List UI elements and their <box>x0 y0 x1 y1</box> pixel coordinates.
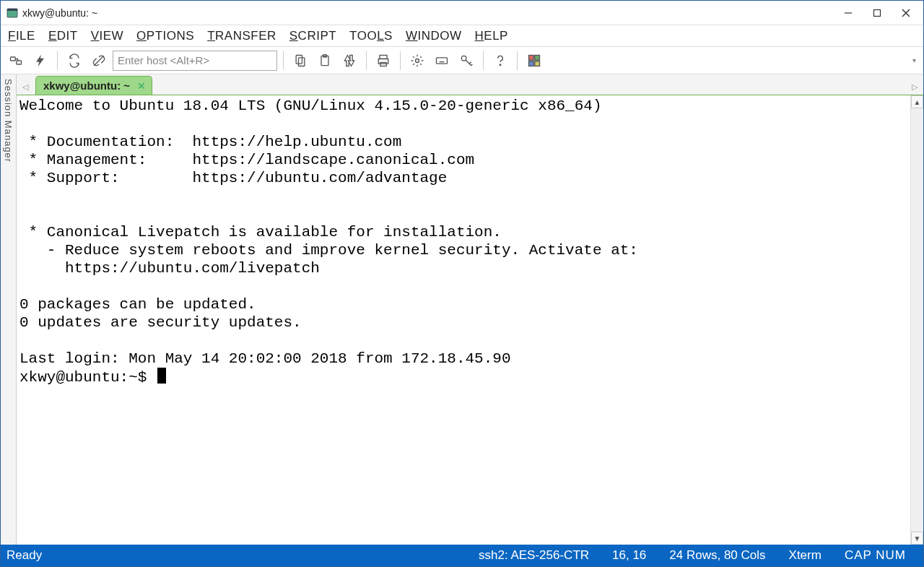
tab-scroll-left[interactable]: ◁ <box>19 79 31 95</box>
svg-point-24 <box>461 56 466 61</box>
svg-rect-13 <box>380 55 387 59</box>
toolbar-separator <box>517 51 518 70</box>
svg-rect-27 <box>535 55 540 60</box>
svg-rect-3 <box>874 9 881 16</box>
key-button[interactable] <box>456 50 477 72</box>
status-caps-num: CAP NUM <box>833 548 918 563</box>
toolbar-chevron-icon[interactable]: ▾ <box>912 56 919 64</box>
menu-view[interactable]: VIEW <box>91 29 123 43</box>
toolbar-separator <box>57 51 58 70</box>
copy-button[interactable] <box>289 50 311 72</box>
status-term-type: Xterm <box>777 548 833 563</box>
maximize-button[interactable] <box>863 3 892 23</box>
session-tab[interactable]: xkwy@ubuntu: ~ ✕ <box>35 76 152 95</box>
tile-button[interactable] <box>523 50 545 72</box>
keyboard-button[interactable] <box>431 50 453 72</box>
toolbar: ▾ <box>1 47 923 74</box>
scroll-up-icon[interactable]: ▲ <box>911 95 923 108</box>
tab-scroll-right[interactable]: ▷ <box>909 79 920 95</box>
terminal-cursor <box>157 368 166 384</box>
vertical-scrollbar[interactable]: ▲ ▼ <box>910 95 923 545</box>
svg-rect-1 <box>7 9 17 11</box>
close-button[interactable] <box>892 3 920 23</box>
quick-connect-button[interactable] <box>30 50 51 72</box>
svg-rect-29 <box>535 61 540 66</box>
scroll-track[interactable] <box>911 108 923 532</box>
menu-script[interactable]: SCRIPT <box>289 29 336 43</box>
toolbar-separator <box>483 51 484 70</box>
svg-point-16 <box>416 59 419 62</box>
svg-point-25 <box>500 64 501 66</box>
help-button[interactable] <box>489 50 511 72</box>
status-connection: ssh2: AES-256-CTR <box>467 548 601 563</box>
svg-rect-10 <box>299 57 305 66</box>
svg-rect-15 <box>380 62 386 66</box>
find-button[interactable] <box>339 50 360 72</box>
disconnect-button[interactable] <box>88 50 110 72</box>
titlebar: xkwy@ubuntu: ~ <box>1 1 923 25</box>
toolbar-separator <box>283 51 284 70</box>
svg-rect-17 <box>437 57 448 63</box>
menu-transfer[interactable]: TRANSFER <box>207 29 276 43</box>
svg-rect-9 <box>296 55 302 64</box>
tab-close-icon[interactable]: ✕ <box>137 80 146 92</box>
status-size: 24 Rows, 80 Cols <box>658 548 777 563</box>
menu-options[interactable]: OPTIONS <box>136 29 194 43</box>
tabstrip: ◁ xkwy@ubuntu: ~ ✕ ▷ <box>17 74 923 95</box>
session-manager-panel-handle[interactable]: Session Manager <box>1 74 17 545</box>
paste-button[interactable] <box>314 50 336 72</box>
svg-rect-28 <box>529 61 534 66</box>
status-ready: Ready <box>6 548 53 563</box>
svg-rect-26 <box>529 55 534 60</box>
minimize-button[interactable] <box>834 3 863 23</box>
app-icon <box>6 7 18 19</box>
toolbar-separator <box>366 51 367 70</box>
menu-tools[interactable]: TOOLS <box>349 29 393 43</box>
print-button[interactable] <box>372 50 394 72</box>
statusbar: Ready ssh2: AES-256-CTR 16, 16 24 Rows, … <box>1 545 923 566</box>
svg-line-8 <box>94 56 103 65</box>
svg-rect-7 <box>17 61 22 64</box>
menu-edit[interactable]: EDIT <box>48 29 78 43</box>
menu-window[interactable]: WINDOW <box>406 29 462 43</box>
reconnect-button[interactable] <box>64 50 85 72</box>
menubar: FILE EDIT VIEW OPTIONS TRANSFER SCRIPT T… <box>1 25 923 47</box>
scroll-down-icon[interactable]: ▼ <box>911 532 923 545</box>
window-title: xkwy@ubuntu: ~ <box>22 7 97 19</box>
terminal-output[interactable]: Welcome to Ubuntu 18.04 LTS (GNU/Linux 4… <box>17 95 910 545</box>
menu-file[interactable]: FILE <box>8 29 35 43</box>
session-manager-button[interactable] <box>5 50 27 72</box>
menu-help[interactable]: HELP <box>475 29 508 43</box>
options-button[interactable] <box>406 50 428 72</box>
toolbar-separator <box>400 51 401 70</box>
status-cursor-position: 16, 16 <box>601 548 658 563</box>
host-input[interactable] <box>113 51 277 71</box>
svg-rect-6 <box>11 57 16 61</box>
tab-label: xkwy@ubuntu: ~ <box>43 79 130 92</box>
session-manager-label: Session Manager <box>3 79 14 163</box>
